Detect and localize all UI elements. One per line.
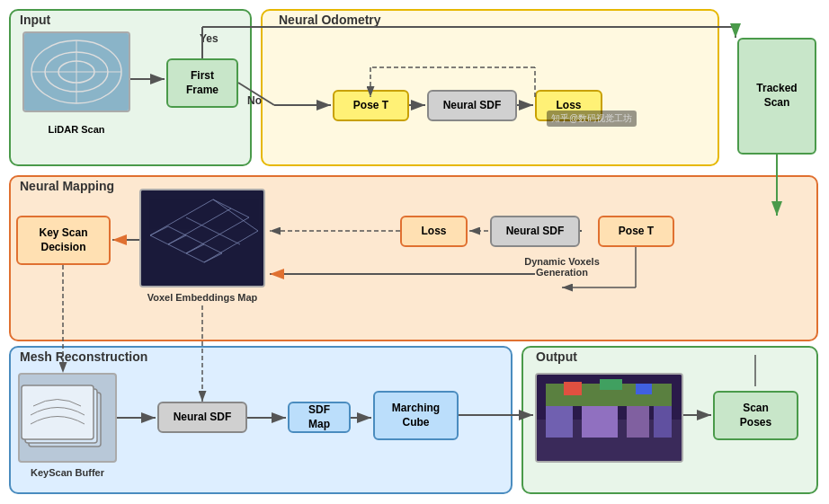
- voxel-embeddings-image: [139, 189, 265, 287]
- svg-rect-31: [564, 382, 582, 395]
- neural-odometry-section: [261, 9, 719, 166]
- lidar-scan-image: [22, 31, 130, 112]
- lidar-scan-label: LiDAR Scan: [22, 117, 130, 142]
- output-scene-image: [535, 373, 683, 463]
- neural-mapping-label: Neural Mapping: [20, 179, 114, 193]
- svg-rect-32: [600, 379, 622, 390]
- loss-mid: Loss: [400, 216, 468, 247]
- pose-t-top: Pose T: [333, 90, 409, 121]
- neural-sdf-bottom: Neural SDF: [157, 402, 247, 433]
- sdf-map-box: SDF Map: [288, 402, 351, 433]
- key-scan-decision-box: Key Scan Decision: [16, 216, 111, 265]
- dynamic-voxels-label: Dynamic Voxels Generation: [490, 256, 634, 287]
- scan-poses-box: Scan Poses: [713, 391, 798, 440]
- svg-rect-33: [636, 384, 652, 394]
- neural-odometry-label: Neural Odometry: [279, 13, 381, 27]
- input-label: Input: [20, 13, 50, 27]
- svg-rect-28: [627, 406, 649, 438]
- svg-rect-23: [22, 385, 94, 439]
- mesh-reconstruction-label: Mesh Reconstruction: [20, 349, 147, 364]
- diagram: Input Neural Odometry Neural Mapping Mes…: [0, 0, 829, 504]
- neural-sdf-mid: Neural SDF: [490, 216, 580, 247]
- marching-cube-box: Marching Cube: [373, 391, 459, 440]
- tracked-scan-box: Tracked Scan: [737, 38, 816, 155]
- voxel-embeddings-label: Voxel Embeddings Map: [139, 292, 265, 303]
- neural-mapping-section: [9, 175, 818, 341]
- pose-t-mid: Pose T: [598, 216, 674, 247]
- svg-rect-26: [546, 402, 573, 438]
- neural-sdf-top: Neural SDF: [427, 90, 517, 121]
- watermark: 知乎@数码视觉工坊: [547, 111, 637, 127]
- no-label: No: [247, 94, 262, 107]
- keyscan-buffer-label: KeyScan Buffer: [18, 467, 117, 478]
- output-label: Output: [536, 349, 577, 364]
- first-frame-box: First Frame: [166, 58, 238, 108]
- keyscan-buffer-image: [18, 373, 117, 463]
- yes-label: Yes: [200, 32, 218, 45]
